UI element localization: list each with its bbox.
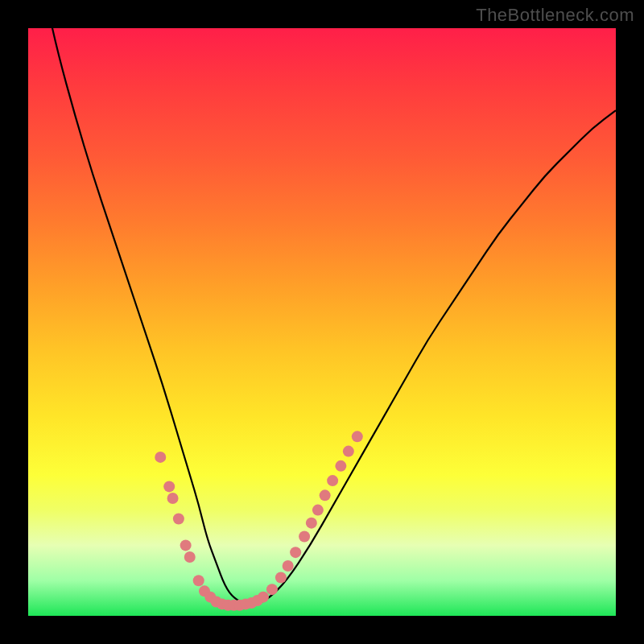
chart-frame: TheBottleneck.com: [0, 0, 644, 644]
plot-background: [28, 28, 616, 616]
watermark-text: TheBottleneck.com: [476, 5, 634, 26]
